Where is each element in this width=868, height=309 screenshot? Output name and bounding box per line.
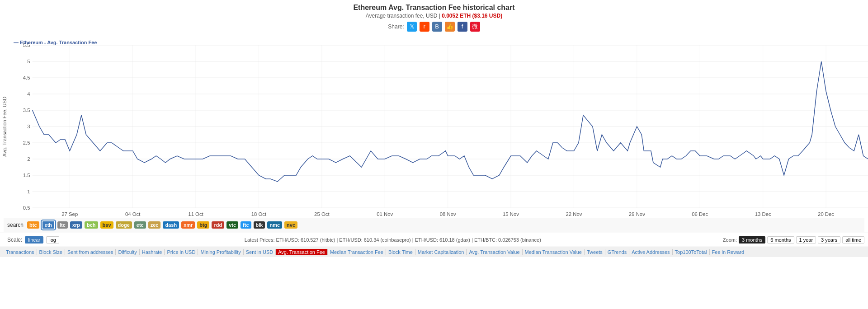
nav-transactions[interactable]: Transactions <box>4 249 37 255</box>
svg-text:25 Oct: 25 Oct <box>314 211 330 217</box>
share-reddit[interactable]: r <box>420 22 429 32</box>
chart-area: Avg. Transaction Fee, USD Ethereum - Avg… <box>0 36 868 217</box>
svg-text:3.5: 3.5 <box>23 108 30 113</box>
svg-text:15 Nov: 15 Nov <box>503 211 519 217</box>
crypto-dash[interactable]: dash <box>163 221 179 229</box>
crypto-vtc[interactable]: vtc <box>226 221 238 229</box>
crypto-blk[interactable]: blk <box>254 221 265 229</box>
crypto-xrp[interactable]: xrp <box>70 221 82 229</box>
crypto-eth[interactable]: eth <box>42 220 56 229</box>
share-bar: Share: 𝕏 r В 👍 f 微 <box>0 22 868 32</box>
nav-block-size[interactable]: Block Size <box>37 249 65 255</box>
svg-text:01 Nov: 01 Nov <box>377 211 393 217</box>
svg-text:2.5: 2.5 <box>23 140 30 145</box>
svg-text:04 Oct: 04 Oct <box>125 211 141 217</box>
crypto-btg[interactable]: btg <box>197 221 209 229</box>
chart-legend: Ethereum - Avg. Transaction Fee <box>14 40 97 45</box>
chart-header: Ethereum Avg. Transaction Fee historical… <box>0 0 868 36</box>
scale-linear-button[interactable]: linear <box>25 236 43 243</box>
y-axis-label: Avg. Transaction Fee, USD <box>0 36 9 217</box>
scale-log-button[interactable]: log <box>46 236 59 243</box>
share-label: Share: <box>388 23 404 30</box>
nav-mining-profitability[interactable]: Mining Profitability <box>198 249 243 255</box>
zoom-6months-button[interactable]: 6 months <box>767 236 794 243</box>
nav-avg-transaction-value[interactable]: Avg. Transaction Value <box>467 249 522 255</box>
chart-inner: Ethereum - Avg. Transaction Fee <box>9 36 868 217</box>
nav-tweets[interactable]: Tweets <box>585 249 605 255</box>
share-ok[interactable]: 👍 <box>445 22 455 32</box>
scale-label: Scale: <box>7 237 22 243</box>
svg-text:08 Nov: 08 Nov <box>440 211 456 217</box>
svg-text:13 Dec: 13 Dec <box>755 211 771 217</box>
page-wrapper: Ethereum Avg. Transaction Fee historical… <box>0 0 868 257</box>
crypto-zec[interactable]: zec <box>148 221 161 229</box>
nav-fee-in-reward[interactable]: Fee in Reward <box>710 249 747 255</box>
nav-top100[interactable]: Top100ToTotal <box>673 249 710 255</box>
crypto-bsv[interactable]: bsv <box>100 221 113 229</box>
crypto-doge[interactable]: doge <box>116 221 132 229</box>
crypto-ftc[interactable]: ftc <box>241 221 251 229</box>
crypto-nmc[interactable]: nmc <box>267 221 282 229</box>
svg-text:18 Oct: 18 Oct <box>251 211 267 217</box>
controls-row: search btc eth ltc xrp bch bsv doge etc … <box>0 217 868 233</box>
crypto-rdd[interactable]: rdd <box>212 221 224 229</box>
share-vk[interactable]: В <box>432 22 442 32</box>
svg-text:1: 1 <box>27 189 30 194</box>
nav-sent-from[interactable]: Sent from addresses <box>65 249 116 255</box>
zoom-3years-button[interactable]: 3 years <box>818 236 840 243</box>
fee-value: 0.0052 ETH ($3.16 USD) <box>442 13 502 19</box>
nav-avg-transaction-fee[interactable]: Avg. Transaction Fee <box>276 249 328 255</box>
nav-median-transaction-fee[interactable]: Median Transaction Fee <box>328 249 386 255</box>
search-label: search <box>7 222 24 228</box>
svg-text:29 Nov: 29 Nov <box>629 211 645 217</box>
nav-hashrate[interactable]: Hashrate <box>140 249 165 255</box>
chart-subtitle: Average transaction fee, USD | 0.0052 ET… <box>0 13 868 19</box>
svg-text:11 Oct: 11 Oct <box>188 211 203 217</box>
bottom-nav: Transactions Block Size Sent from addres… <box>0 247 868 257</box>
zoom-alltime-button[interactable]: all time <box>842 236 864 243</box>
nav-active-addresses[interactable]: Active Addresses <box>629 249 672 255</box>
zoom-1year-button[interactable]: 1 year <box>796 236 816 243</box>
nav-price-usd[interactable]: Price in USD <box>165 249 198 255</box>
crypto-ltc[interactable]: ltc <box>57 221 68 229</box>
prices-text: Latest Prices: ETH/USD: 610.527 (hitbtc)… <box>245 237 541 243</box>
svg-text:5: 5 <box>27 59 30 64</box>
zoom-3months-button[interactable]: 3 months <box>739 236 765 243</box>
scale-bar: Scale: linear log <box>4 234 63 245</box>
share-weibo[interactable]: 微 <box>470 22 480 32</box>
svg-text:1.5: 1.5 <box>23 173 30 178</box>
crypto-bch[interactable]: bch <box>85 221 98 229</box>
chart-title: Ethereum Avg. Transaction Fee historical… <box>0 4 868 12</box>
nav-market-cap[interactable]: Market Capitalization <box>415 249 467 255</box>
svg-text:2: 2 <box>27 156 30 162</box>
svg-text:20 Dec: 20 Dec <box>818 211 834 217</box>
svg-text:0.5: 0.5 <box>23 205 30 211</box>
chart-svg: 5.5 5 4.5 4 3.5 3 2.5 2 1.5 1 0.5 27 Sep… <box>9 36 868 217</box>
nav-median-transaction-value[interactable]: Median Transaction Value <box>523 249 585 255</box>
crypto-btc[interactable]: btc <box>27 221 39 229</box>
crypto-xmr[interactable]: xmr <box>181 221 195 229</box>
svg-text:27 Sep: 27 Sep <box>61 211 78 217</box>
nav-difficulty[interactable]: Difficulty <box>116 249 139 255</box>
svg-text:4.5: 4.5 <box>23 75 30 80</box>
svg-text:3: 3 <box>27 124 30 129</box>
svg-text:22 Nov: 22 Nov <box>566 211 582 217</box>
crypto-etc[interactable]: etc <box>134 221 146 229</box>
zoom-bar: Zoom: 3 months 6 months 1 year 3 years a… <box>723 236 864 243</box>
nav-gtrends[interactable]: GTrends <box>605 249 629 255</box>
nav-block-time[interactable]: Block Time <box>386 249 415 255</box>
nav-sent-in-usd[interactable]: Sent in USD <box>244 249 276 255</box>
crypto-nvc[interactable]: nvc <box>284 221 297 229</box>
share-twitter[interactable]: 𝕏 <box>407 22 417 32</box>
zoom-label: Zoom: <box>723 237 737 243</box>
svg-text:06 Dec: 06 Dec <box>692 211 708 217</box>
share-facebook[interactable]: f <box>458 22 467 32</box>
prices-bar: Latest Prices: ETH/USD: 610.527 (hitbtc)… <box>63 237 723 243</box>
crypto-bar: search btc eth ltc xrp bch bsv doge etc … <box>4 218 864 232</box>
scale-prices-zoom-row: Scale: linear log Latest Prices: ETH/USD… <box>0 233 868 247</box>
svg-text:4: 4 <box>27 91 30 97</box>
